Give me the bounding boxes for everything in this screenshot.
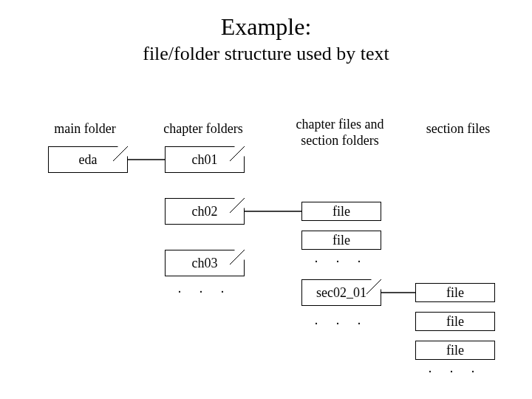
col-header-chapter-files: chapter files and section folders xyxy=(281,117,399,149)
col-header-chapters: chapter folders xyxy=(151,121,255,137)
diagram-title: Example: xyxy=(0,13,532,41)
folder-section: sec02_01 xyxy=(301,279,381,306)
section-file-2: file xyxy=(415,312,495,331)
ellipsis-chapters: . . . xyxy=(165,281,245,296)
folder-ch03: ch03 xyxy=(165,250,245,276)
chapter-file-2: file xyxy=(301,231,381,250)
col-header-main: main folder xyxy=(37,121,133,137)
diagram-subtitle: file/folder structure used by text xyxy=(0,43,532,65)
col-header-section-files: section files xyxy=(410,121,506,137)
ellipsis-section-files: . . . xyxy=(415,361,495,376)
folder-ch02: ch02 xyxy=(165,198,245,225)
ellipsis-sections: . . . xyxy=(301,313,381,328)
chapter-file-1: file xyxy=(301,202,381,221)
folder-ch01: ch01 xyxy=(165,146,245,173)
folder-main: eda xyxy=(48,146,128,173)
section-file-1: file xyxy=(415,283,495,302)
section-file-3: file xyxy=(415,341,495,360)
ellipsis-chapter-files: . . . xyxy=(301,250,381,266)
